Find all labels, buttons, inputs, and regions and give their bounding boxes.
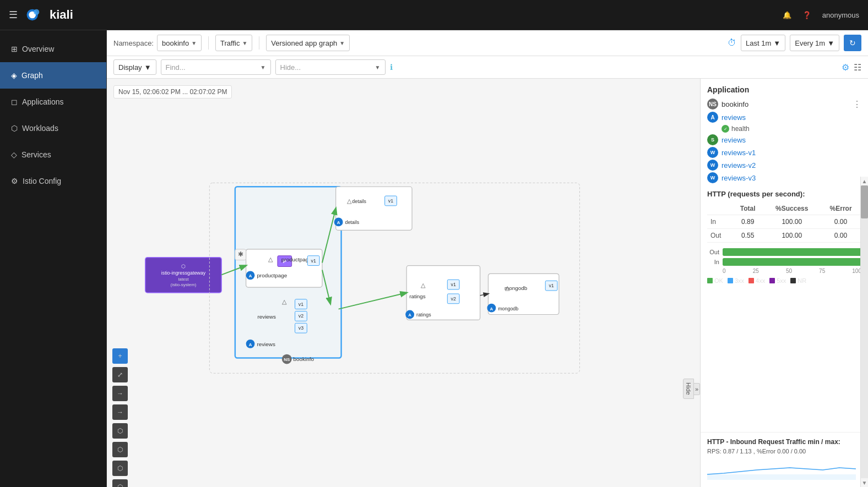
svg-text:v1: v1	[299, 302, 303, 307]
svg-text:✱: ✱	[238, 250, 243, 258]
sidebar: ⊞ Overview ◈ Graph ◻ Applications ⬡ Work…	[0, 30, 107, 487]
arrow-right-button[interactable]: →	[112, 404, 128, 420]
sidebar-item-applications[interactable]: ◻ Applications	[0, 89, 106, 115]
sidebar-item-services[interactable]: ◇ Services	[0, 141, 106, 168]
legend-label: 5xx	[777, 277, 786, 284]
hide-input[interactable]: Hide... ▼	[275, 59, 386, 75]
table-header-row: Total %Success %Error	[707, 203, 861, 215]
bottom-title: HTTP - Inbound Request Traffic min / max…	[707, 438, 861, 446]
sidebar-item-label-services: Services	[21, 150, 51, 159]
w3-badge: W	[707, 172, 718, 183]
hamburger-icon[interactable]: ☰	[9, 9, 18, 21]
sidebar-item-overview[interactable]: ⊞ Overview	[0, 36, 106, 62]
workload-v2-name[interactable]: reviews-v2	[721, 161, 756, 169]
svg-text:v1: v1	[311, 258, 316, 264]
graph-type-arrow-icon: ▼	[339, 40, 345, 46]
info-icon[interactable]: ℹ	[390, 63, 393, 72]
graph-type-label: Versioned app graph	[271, 39, 337, 47]
graph-canvas[interactable]: Nov 15, 02:06:02 PM ... 02:07:02 PM + ⤢ …	[107, 79, 700, 487]
legend-label: 4xx	[756, 277, 765, 284]
find-placeholder: Find...	[166, 63, 261, 72]
ns-badge: NS	[707, 99, 718, 110]
col-direction	[707, 203, 732, 215]
layout3-button[interactable]: ⬡	[112, 461, 128, 476]
toolbar-secondary: Display ▼ Find... ▼ Hide... ▼ ℹ ⚙ ☷	[107, 56, 868, 79]
svg-text:mongodb: mongodb	[498, 306, 518, 311]
hide-placeholder: Hide...	[280, 63, 375, 72]
scrollbar[interactable]: ▲ ▼	[860, 177, 868, 487]
find-input[interactable]: Find... ▼	[161, 59, 271, 75]
scroll-down-button[interactable]: ▼	[861, 478, 868, 487]
graph-type-select[interactable]: Versioned app graph ▼	[266, 35, 350, 51]
legend-item: NR	[790, 277, 806, 284]
layout1-button[interactable]: ⬡	[112, 423, 128, 439]
traffic-arrow-icon: ▼	[242, 40, 247, 46]
applications-icon: ◻	[11, 97, 18, 106]
hide-panel-arrow-icon[interactable]: »	[694, 383, 700, 395]
svg-text:A: A	[490, 307, 493, 311]
layout4-button[interactable]: ⬡	[112, 479, 128, 487]
display-select[interactable]: Display ▼	[113, 59, 156, 75]
app-a-name[interactable]: reviews	[721, 113, 746, 122]
legend-item: 3xx	[728, 277, 744, 284]
graph-svg: ⬡ istio-ingressgateway latest (istio-sys…	[134, 101, 603, 387]
help-icon[interactable]: ❓	[802, 11, 811, 19]
legend-color	[769, 278, 775, 283]
time-range-select[interactable]: Last 1m ▼	[741, 35, 785, 51]
namespace-select[interactable]: bookinfo ▼	[157, 35, 202, 51]
workload-v3-name[interactable]: reviews-v3	[721, 174, 756, 182]
s-badge: S	[707, 134, 718, 145]
layout2-button[interactable]: ⬡	[112, 442, 128, 457]
fit-screen-button[interactable]: ⤢	[112, 367, 128, 382]
toolbar2-right: ⚙ ☷	[842, 62, 861, 73]
traffic-select[interactable]: Traffic ▼	[215, 35, 252, 51]
arrow-left-button[interactable]: →	[112, 386, 128, 401]
hide-arrow-icon: ▼	[375, 64, 381, 70]
service-reviews-name[interactable]: reviews	[721, 136, 746, 144]
hide-panel-area: Hide »	[683, 379, 700, 399]
scroll-thumb[interactable]	[861, 185, 868, 218]
traffic-label: Traffic	[220, 39, 240, 47]
sidebar-item-label-istio: Istio Config	[23, 177, 61, 185]
right-panel: Application NS bookinfo ⋮ A	[700, 79, 868, 487]
toolbar-divider-2	[259, 36, 259, 50]
app-a-row: A reviews	[707, 112, 861, 123]
sidebar-item-istio-config[interactable]: ⚙ Istio Config	[0, 168, 106, 194]
table-row: Out 0.55 100.00 0.00	[707, 229, 861, 243]
sparkline-chart	[707, 458, 856, 480]
main-layout: ⊞ Overview ◈ Graph ◻ Applications ⬡ Work…	[0, 30, 868, 487]
graph-icon: ◈	[11, 71, 17, 80]
more-options-button[interactable]: ⋮	[853, 99, 861, 110]
workload-v1-name[interactable]: reviews-v1	[721, 149, 756, 157]
svg-text:A: A	[408, 313, 411, 318]
graph-settings-icon[interactable]: ⚙	[842, 62, 849, 73]
refresh-interval-select[interactable]: Every 1m ▼	[790, 35, 839, 51]
svg-text:reviews: reviews	[257, 341, 275, 347]
hide-panel-button[interactable]: Hide	[683, 379, 694, 399]
health-row: health	[721, 125, 861, 133]
scroll-up-button[interactable]: ▲	[861, 177, 868, 185]
sidebar-item-label-overview: Overview	[22, 45, 54, 53]
cell-direction: Out	[707, 229, 732, 243]
refresh-button[interactable]: ↻	[844, 35, 861, 51]
zoom-in-button[interactable]: +	[112, 348, 128, 364]
sidebar-item-graph[interactable]: ◈ Graph	[0, 62, 106, 89]
svg-rect-10	[246, 249, 322, 287]
scroll-track	[861, 185, 868, 478]
health-label: health	[731, 125, 750, 133]
notification-icon[interactable]: 🔔	[783, 11, 791, 19]
col-total: Total	[732, 203, 763, 215]
workload-v1-row: W reviews-v1	[707, 147, 861, 158]
svg-text:mongodb: mongodb	[504, 285, 528, 291]
bar-out-row: Out	[707, 248, 861, 256]
bottom-section: HTTP - Inbound Request Traffic min / max…	[701, 432, 868, 487]
graph-legend-icon[interactable]: ☷	[854, 62, 861, 73]
ns-row: NS bookinfo ⋮	[707, 99, 861, 110]
toolbar-main: Namespace: bookinfo ▼ Traffic ▼ Versione…	[107, 30, 868, 56]
svg-text:△: △	[268, 256, 273, 262]
namespace-section: Namespace: bookinfo ▼	[113, 35, 202, 51]
svg-text:v1: v1	[549, 283, 554, 288]
cell-total: 0.55	[732, 229, 763, 243]
sidebar-item-workloads[interactable]: ⬡ Workloads	[0, 115, 106, 141]
svg-text:ratings: ratings	[409, 293, 426, 299]
